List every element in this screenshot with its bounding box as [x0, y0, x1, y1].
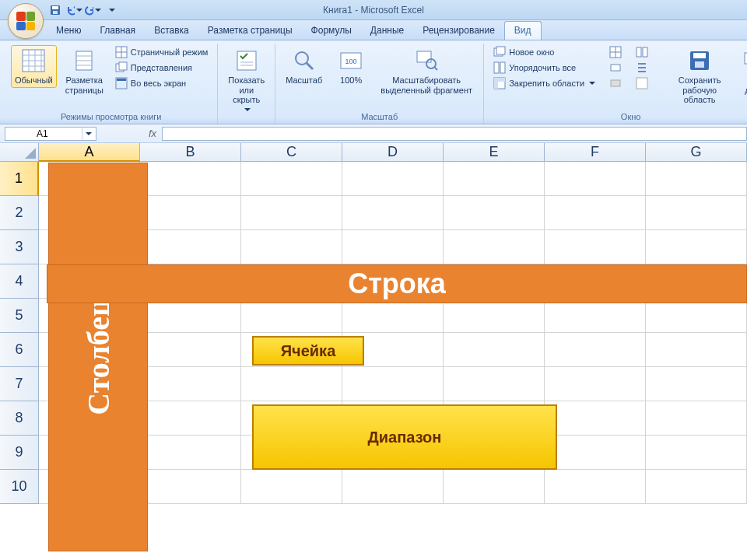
cell-C1[interactable]: [241, 162, 342, 196]
cell-E4[interactable]: [444, 264, 545, 299]
cell-B9[interactable]: [140, 436, 241, 470]
row-header-10[interactable]: 10: [0, 470, 39, 504]
cell-G6[interactable]: [646, 333, 747, 367]
cell-E7[interactable]: [444, 367, 545, 401]
sync-scroll-button[interactable]: [633, 61, 651, 75]
cell-E1[interactable]: [444, 162, 545, 196]
cell-G5[interactable]: [646, 299, 747, 333]
column-header-d[interactable]: D: [342, 143, 444, 162]
insert-function-button[interactable]: fx: [143, 128, 162, 139]
row-header-1[interactable]: 1: [0, 162, 39, 196]
qat-save-button[interactable]: [47, 2, 64, 18]
cell-E9[interactable]: [444, 436, 545, 470]
cell-E10[interactable]: [444, 470, 545, 504]
tab-formulas[interactable]: Формулы: [302, 22, 361, 40]
show-hide-button[interactable]: Показатьили скрыть: [224, 45, 268, 117]
row-header-6[interactable]: 6: [0, 333, 39, 367]
cell-B3[interactable]: [140, 230, 241, 264]
custom-views-button[interactable]: Представления: [112, 61, 212, 75]
select-all-button[interactable]: [0, 143, 39, 162]
row-header-5[interactable]: 5: [0, 299, 39, 333]
cell-E2[interactable]: [444, 196, 545, 230]
cell-B2[interactable]: [140, 196, 241, 230]
cell-C3[interactable]: [241, 230, 342, 264]
cell-G3[interactable]: [646, 230, 747, 264]
cell-C7[interactable]: [241, 367, 342, 401]
cell-E3[interactable]: [444, 230, 545, 264]
tab-insert[interactable]: Вставка: [145, 22, 198, 40]
cell-A8[interactable]: [39, 401, 140, 436]
cell-G7[interactable]: [646, 367, 747, 401]
cell-A9[interactable]: [39, 436, 140, 470]
tab-data[interactable]: Данные: [361, 22, 413, 40]
name-box-dropdown[interactable]: [82, 128, 93, 140]
cell-C4[interactable]: [241, 264, 342, 299]
row-header-3[interactable]: 3: [0, 230, 39, 264]
cell-B8[interactable]: [140, 401, 241, 436]
cell-A3[interactable]: [39, 230, 140, 264]
cell-G8[interactable]: [646, 401, 747, 436]
cell-F8[interactable]: [545, 401, 646, 436]
qat-customize-button[interactable]: [103, 2, 120, 18]
freeze-panes-button[interactable]: Закрепить области: [490, 76, 598, 90]
tab-review[interactable]: Рецензирование: [413, 22, 504, 40]
cell-F7[interactable]: [545, 367, 646, 401]
cell-A10[interactable]: [39, 470, 140, 504]
tab-view[interactable]: Вид: [504, 21, 542, 40]
cell-E6[interactable]: [444, 333, 545, 367]
reset-position-button[interactable]: [633, 76, 651, 90]
cell-B4[interactable]: [140, 264, 241, 299]
new-window-button[interactable]: Новое окно: [490, 45, 598, 59]
row-header-7[interactable]: 7: [0, 367, 39, 401]
cell-D7[interactable]: [342, 367, 444, 401]
cell-C10[interactable]: [241, 470, 342, 504]
normal-view-button[interactable]: Обычный: [11, 45, 57, 88]
zoom-button[interactable]: Масштаб: [282, 45, 326, 88]
name-box[interactable]: A1: [5, 127, 96, 141]
hide-button[interactable]: [606, 61, 625, 75]
cell-C9[interactable]: [241, 436, 342, 470]
cell-F1[interactable]: [545, 162, 646, 196]
page-break-preview-button[interactable]: Страничный режим: [112, 45, 212, 59]
cell-C5[interactable]: [241, 299, 342, 333]
cell-B5[interactable]: [140, 299, 241, 333]
switch-windows-button[interactable]: Пердруго: [740, 45, 747, 97]
cell-F10[interactable]: [545, 470, 646, 504]
cell-A4[interactable]: [39, 264, 140, 299]
cell-E5[interactable]: [444, 299, 545, 333]
cell-F4[interactable]: [545, 264, 646, 299]
cell-F2[interactable]: [545, 196, 646, 230]
cell-D5[interactable]: [342, 299, 444, 333]
zoom-100-button[interactable]: 100 100%: [331, 45, 371, 88]
column-header-b[interactable]: B: [140, 143, 241, 162]
zoom-selection-button[interactable]: Масштабироватьвыделенный фрагмент: [376, 45, 477, 97]
cell-B1[interactable]: [140, 162, 241, 196]
tab-menu[interactable]: Меню: [47, 22, 90, 40]
cell-D6[interactable]: [342, 333, 444, 367]
column-header-g[interactable]: G: [646, 143, 747, 162]
view-side-by-side-button[interactable]: [633, 45, 651, 59]
formula-input[interactable]: [162, 127, 747, 141]
cell-D10[interactable]: [342, 470, 444, 504]
full-screen-button[interactable]: Во весь экран: [112, 76, 212, 90]
cell-F3[interactable]: [545, 230, 646, 264]
cell-D3[interactable]: [342, 230, 444, 264]
cell-D1[interactable]: [342, 162, 444, 196]
cell-D2[interactable]: [342, 196, 444, 230]
row-header-2[interactable]: 2: [0, 196, 39, 230]
cell-G4[interactable]: [646, 264, 747, 299]
save-workspace-button[interactable]: Сохранитьрабочую область: [664, 45, 735, 107]
unhide-button[interactable]: [606, 76, 625, 90]
cell-C6[interactable]: [241, 333, 342, 367]
row-header-8[interactable]: 8: [0, 401, 39, 436]
qat-redo-button[interactable]: [84, 2, 101, 18]
cell-A5[interactable]: [39, 299, 140, 333]
cell-F9[interactable]: [545, 436, 646, 470]
cell-G1[interactable]: [646, 162, 747, 196]
tab-page-layout[interactable]: Разметка страницы: [198, 22, 302, 40]
row-header-9[interactable]: 9: [0, 436, 39, 470]
tab-home[interactable]: Главная: [90, 22, 145, 40]
cell-D8[interactable]: [342, 401, 444, 436]
arrange-all-button[interactable]: Упорядочить все: [490, 61, 598, 75]
cell-F6[interactable]: [545, 333, 646, 367]
